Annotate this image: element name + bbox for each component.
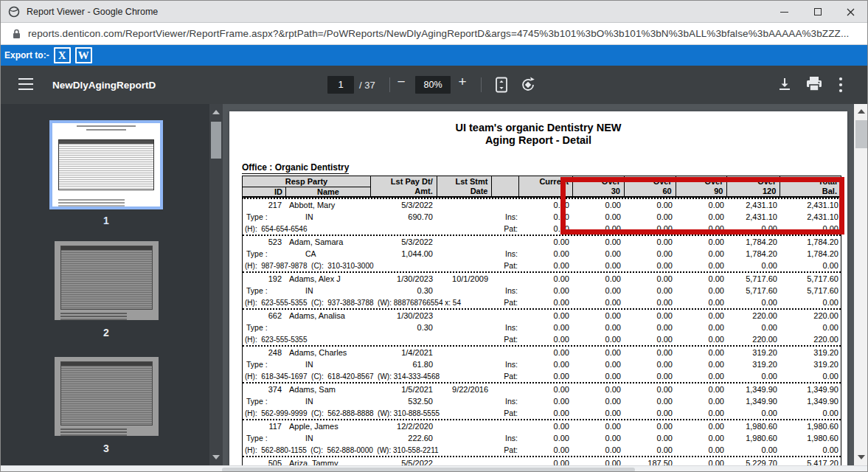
patient-block: 117Apple, James12/2/20200.000.000.000.00… <box>243 420 841 457</box>
patient-block: 374Adams, Sam1/5/20219/22/20160.000.000.… <box>243 384 841 420</box>
thumbnail-label-2: 2 <box>49 327 163 339</box>
table-cell: 0.00 <box>519 422 573 431</box>
table-cell: 10/1/2009 <box>437 274 492 283</box>
zoom-in-button[interactable]: + <box>455 74 470 90</box>
maximize-button[interactable] <box>801 1 834 23</box>
maximize-icon <box>814 8 822 15</box>
scroll-up-icon[interactable] <box>858 109 865 114</box>
table-cell: Apple, James <box>285 422 370 431</box>
table-cell: 0.00 <box>781 445 842 454</box>
table-cell: 0.00 <box>676 348 728 357</box>
download-icon[interactable] <box>777 76 793 92</box>
table-cell: 0.00 <box>519 397 573 406</box>
table-cell: 0.00 <box>676 385 728 394</box>
table-cell: 0.00 <box>625 286 676 295</box>
fit-page-icon[interactable] <box>493 76 510 94</box>
patient-main-row: 505Ariza, Tammy5/5/20220.000.00187.500.0… <box>243 457 841 465</box>
table-cell: Ins: <box>492 286 519 295</box>
table-cell: 220.00 <box>781 335 842 344</box>
table-cell: 0.00 <box>519 445 573 454</box>
table-cell: 0.00 <box>625 348 676 357</box>
table-cell: 0.00 <box>625 422 676 431</box>
patient-block: 248Adams, Charles1/4/20210.000.000.000.0… <box>243 347 841 384</box>
table-cell: 1,980.60 <box>728 422 781 431</box>
horizontal-scrollbar[interactable] <box>1 465 868 472</box>
thumb-table <box>60 361 153 426</box>
table-cell: 0.00 <box>519 237 573 246</box>
table-cell: 1,784.20 <box>728 237 781 246</box>
table-cell: 1,784.20 <box>781 237 842 246</box>
export-excel-button[interactable]: X <box>54 47 71 63</box>
menu-icon[interactable] <box>18 78 33 90</box>
table-cell: 0.30 <box>370 286 437 295</box>
thumb-title-line <box>77 125 136 127</box>
thumbnail-label-3: 3 <box>49 442 163 454</box>
table-cell: 0.00 <box>676 274 728 283</box>
table-cell: Type : <box>243 286 285 295</box>
sidebar-scrollbar[interactable] <box>209 104 223 465</box>
table-cell: 1,980.60 <box>781 422 842 431</box>
table-cell: 0.00 <box>676 445 728 454</box>
more-options-icon[interactable] <box>839 77 843 93</box>
main-scrollbar[interactable] <box>854 104 868 465</box>
scroll-up-icon[interactable] <box>212 110 220 114</box>
table-cell: 0.00 <box>573 459 625 465</box>
table-cell: 0.00 <box>573 286 625 295</box>
table-cell: Type : <box>243 434 285 442</box>
header-resp-party: Resp Party ID Name <box>243 176 370 196</box>
rotate-icon[interactable] <box>519 76 537 94</box>
table-cell: 0.00 <box>573 348 625 357</box>
table-cell: (H): 623-555-5355 (C): 937-388-3788 (W):… <box>243 299 492 307</box>
table-cell: 0.00 <box>676 298 728 307</box>
thumbnail-page-1[interactable] <box>49 120 163 209</box>
close-button[interactable] <box>834 1 867 23</box>
table-cell: 0.00 <box>573 360 625 369</box>
table-cell: 0.00 <box>573 335 625 344</box>
table-cell: 0.00 <box>625 397 676 406</box>
table-cell: (H): 562-880-1155 (C): 562-888-0000 (W):… <box>243 446 492 454</box>
table-cell: 0.00 <box>519 261 573 270</box>
export-word-button[interactable]: W <box>75 47 92 63</box>
report-viewer-favicon <box>8 6 20 18</box>
patient-pat-row: (H): 987-987-9878 (C): 310-310-3000Pat:0… <box>243 260 841 271</box>
table-cell: 0.00 <box>573 261 625 270</box>
table-cell: 0.00 <box>573 237 625 246</box>
page-number-input[interactable]: 1 <box>327 76 354 94</box>
lock-icon <box>13 29 21 39</box>
table-cell: 1/30/2023 <box>370 274 437 283</box>
scroll-down-icon[interactable] <box>858 455 865 459</box>
thumbnail-page-2[interactable] <box>55 241 159 320</box>
table-cell: 0.00 <box>519 335 573 344</box>
table-cell: 1,349.90 <box>781 385 842 394</box>
table-cell: 5,717.60 <box>728 274 781 283</box>
table-cell: 0.00 <box>781 409 842 417</box>
table-cell: 0.00 <box>519 298 573 307</box>
thumbnail-page-3[interactable] <box>55 357 159 436</box>
table-cell: 0.00 <box>625 298 676 307</box>
address-bar[interactable]: reports.denticon.com/ReportViewer/Report… <box>1 23 867 45</box>
scroll-down-icon[interactable] <box>212 455 220 459</box>
table-cell: 117 <box>243 422 285 431</box>
zoom-out-button[interactable]: − <box>394 74 409 90</box>
sidebar-scrollbar-thumb[interactable] <box>211 122 221 159</box>
table-cell: 1,349.90 <box>781 397 842 406</box>
table-cell: Type : <box>243 249 285 258</box>
table-cell: 0.00 <box>573 422 625 431</box>
report-page: UI team's organic Dentistry NEW Aging Re… <box>229 111 847 465</box>
table-cell: 0.00 <box>573 323 625 332</box>
patient-ins-row: Type :0.30Ins:0.000.000.000.000.000.00 <box>243 322 841 333</box>
table-cell: 0.00 <box>676 286 728 295</box>
minimize-button[interactable] <box>768 1 801 23</box>
table-cell: 0.00 <box>573 445 625 454</box>
table-cell: 0.00 <box>676 237 728 246</box>
horizontal-scrollbar-thumb[interactable] <box>222 468 635 472</box>
table-cell: Adam, Samara <box>285 237 370 246</box>
table-cell: 1,044.00 <box>370 249 437 258</box>
table-cell: Type : <box>243 397 285 406</box>
table-cell: 0.00 <box>573 385 625 394</box>
patient-block: 192Adams, Alex J1/30/202310/1/20090.000.… <box>243 273 841 310</box>
main-scrollbar-thumb[interactable] <box>855 120 867 148</box>
table-cell: Ins: <box>492 434 519 442</box>
table-cell: 0.00 <box>676 311 728 320</box>
print-icon[interactable] <box>805 76 823 92</box>
